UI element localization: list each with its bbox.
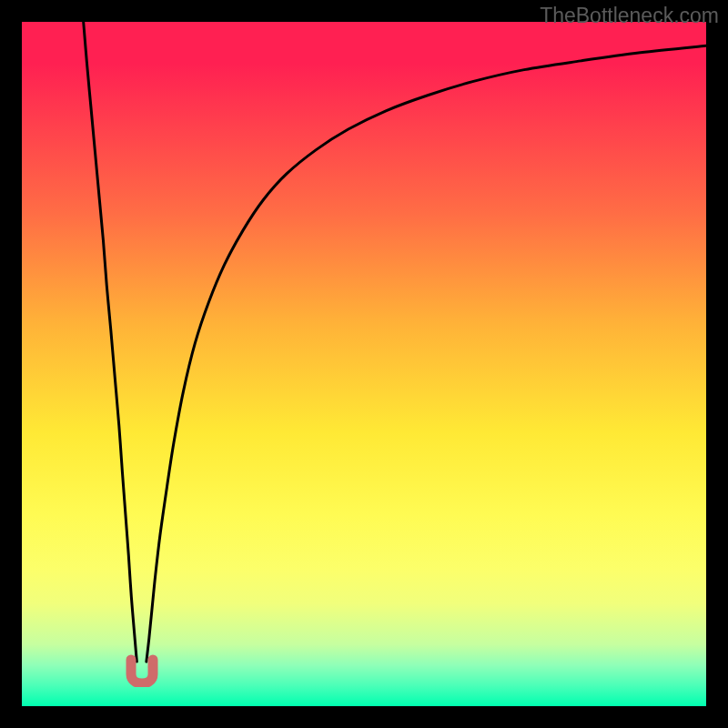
watermark-text: TheBottleneck.com xyxy=(540,4,719,28)
chart-container: TheBottleneck.com xyxy=(0,0,728,728)
plot-area xyxy=(22,22,706,706)
bottleneck-heat-gradient xyxy=(22,22,706,706)
